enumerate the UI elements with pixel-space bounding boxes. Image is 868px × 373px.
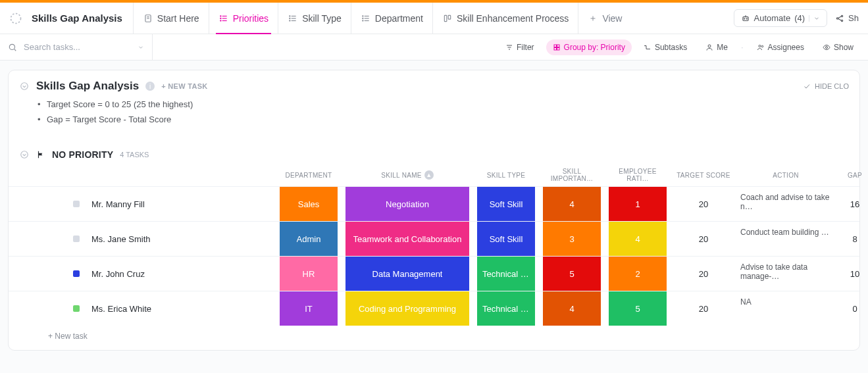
svg-point-20 — [363, 18, 363, 18]
employee-rating-cell-chip: 5 — [609, 291, 667, 326]
automate-button[interactable]: Automate (4) — [734, 9, 828, 27]
search-input[interactable] — [22, 41, 115, 53]
me-button[interactable]: Me — [699, 39, 734, 55]
th-name — [57, 171, 276, 179]
th-department[interactable]: DEPARTMENT — [276, 168, 342, 183]
th-skill-name[interactable]: SKILL NAME ▲ — [342, 166, 473, 184]
task-name-cell[interactable]: Ms. Erica White — [57, 291, 276, 326]
department-cell[interactable]: IT — [276, 291, 342, 326]
skill-type-cell[interactable]: Soft Skill — [473, 222, 539, 256]
skill-importance-cell[interactable]: 4 — [539, 187, 605, 221]
tab-priorities[interactable]: Priorities — [209, 3, 278, 34]
subtasks-button[interactable]: Subtasks — [637, 39, 694, 55]
list-icon — [361, 13, 371, 24]
th-gap[interactable]: GAP — [835, 168, 868, 183]
skill-importance-cell-value: 3 — [569, 234, 574, 244]
table-row[interactable]: Mr. John CruzHRData ManagementTechnical … — [9, 256, 859, 291]
employee-rating-cell[interactable]: 2 — [605, 257, 671, 291]
add-view-button[interactable]: View — [578, 3, 631, 34]
status-dot-icon[interactable] — [73, 236, 80, 242]
target-score-cell[interactable]: 20 — [671, 257, 736, 291]
task-name-cell[interactable]: Mr. John Cruz — [57, 257, 276, 291]
employee-rating-cell[interactable]: 5 — [605, 291, 671, 326]
skill-name-cell-chip: Negotiation — [345, 187, 469, 221]
svg-point-19 — [363, 15, 363, 16]
skill-importance-cell[interactable]: 4 — [539, 291, 605, 326]
target-score-cell[interactable]: 20 — [671, 222, 736, 256]
department-cell[interactable]: Admin — [276, 222, 342, 256]
new-task-top-button[interactable]: + NEW TASK — [161, 82, 207, 90]
action-cell[interactable]: Conduct team building … — [736, 228, 835, 250]
skill-name-cell[interactable]: Coding and Programming — [342, 291, 473, 326]
th-skill-importance[interactable]: SKILL IMPORTAN… — [539, 164, 605, 186]
gap-cell[interactable]: 10 — [835, 257, 868, 291]
gap-cell[interactable]: 8 — [835, 222, 868, 256]
action-cell[interactable]: NA — [736, 297, 835, 320]
skill-importance-cell[interactable]: 3 — [539, 222, 605, 256]
th-employee-rating[interactable]: EMPLOYEE RATI… — [605, 164, 671, 186]
add-view-label: View — [602, 13, 622, 24]
svg-point-9 — [220, 20, 220, 20]
table-row[interactable]: Mr. Manny FillSalesNegotiationSoft Skill… — [9, 186, 859, 221]
th-action[interactable]: ACTION — [736, 168, 835, 183]
gap-cell[interactable]: 16 — [835, 187, 868, 221]
employee-rating-cell[interactable]: 4 — [605, 222, 671, 256]
action-cell[interactable]: Advise to take data manage-… — [736, 262, 835, 285]
skill-type-cell-value: Technical S… — [482, 304, 530, 314]
group-collapse-toggle[interactable] — [19, 149, 30, 160]
employee-rating-cell[interactable]: 1 — [605, 187, 671, 221]
info-icon[interactable]: i — [145, 82, 155, 91]
status-dot-icon[interactable] — [73, 305, 80, 312]
tab-skill-enhancement[interactable]: Skill Enhancement Process — [432, 3, 578, 34]
department-cell[interactable]: HR — [276, 257, 342, 291]
show-button[interactable]: Show — [816, 39, 860, 55]
tab-skill-type[interactable]: Skill Type — [278, 3, 351, 34]
assignees-button[interactable]: Assignees — [750, 39, 811, 55]
new-task-button[interactable]: + New task — [48, 332, 88, 341]
skill-type-cell[interactable]: Soft Skill — [473, 187, 539, 221]
search-box[interactable] — [8, 34, 153, 61]
skill-name-cell[interactable]: Negotiation — [342, 187, 473, 221]
target-score-cell[interactable]: 20 — [671, 291, 736, 326]
table-row[interactable]: Ms. Erica WhiteITCoding and ProgrammingT… — [9, 291, 859, 326]
department-cell-chip: HR — [280, 257, 338, 291]
automate-label: Automate — [754, 13, 791, 23]
th-skill-type[interactable]: SKILL TYPE — [473, 168, 539, 183]
svg-point-28 — [746, 18, 747, 19]
gap-cell[interactable]: 0 — [835, 291, 868, 326]
group-by-button[interactable]: Group by: Priority — [546, 39, 632, 55]
skill-importance-cell[interactable]: 5 — [539, 257, 605, 291]
share-button[interactable]: Sh — [834, 10, 860, 26]
topbar-right: Automate (4) Sh — [734, 9, 860, 27]
filter-icon — [505, 43, 513, 51]
hide-closed-button[interactable]: HIDE CLO — [815, 82, 849, 90]
collapse-toggle[interactable] — [19, 81, 30, 91]
table-row[interactable]: Ms. Jane SmithAdminTeamwork and Collabor… — [9, 221, 859, 256]
table-header-row: DEPARTMENT SKILL NAME ▲ SKILL TYPE SKILL… — [9, 164, 859, 186]
filter-button[interactable]: Filter — [499, 39, 541, 55]
department-cell-value: Sales — [298, 199, 320, 209]
svg-rect-23 — [448, 15, 451, 19]
skill-type-cell[interactable]: Technical S… — [473, 257, 539, 291]
skill-type-cell[interactable]: Technical S… — [473, 291, 539, 326]
search-dropdown[interactable] — [138, 44, 144, 51]
department-cell[interactable]: Sales — [276, 187, 342, 221]
task-name-cell[interactable]: Ms. Jane Smith — [57, 222, 276, 256]
employee-rating-cell-chip: 2 — [609, 257, 667, 291]
skill-name-cell[interactable]: Teamwork and Collaboration — [342, 222, 473, 256]
svg-rect-43 — [557, 47, 559, 50]
task-name-cell[interactable]: Mr. Manny Fill — [57, 187, 276, 221]
svg-point-8 — [220, 18, 220, 18]
tab-start-here[interactable]: Start Here — [133, 3, 209, 34]
tab-department[interactable]: Department — [351, 3, 432, 34]
status-dot-icon[interactable] — [73, 201, 80, 207]
skill-name-cell[interactable]: Data Management — [342, 257, 473, 291]
employee-rating-cell-value: 4 — [635, 234, 640, 244]
app-logo-icon — [8, 11, 24, 26]
target-score-cell[interactable]: 20 — [671, 187, 736, 221]
action-cell[interactable]: Coach and advise to take n… — [736, 193, 835, 215]
automate-dropdown[interactable] — [809, 15, 820, 22]
status-dot-icon[interactable] — [73, 270, 80, 277]
skill-type-cell-chip: Technical S… — [477, 257, 535, 291]
th-target-score[interactable]: TARGET SCORE — [671, 168, 736, 183]
